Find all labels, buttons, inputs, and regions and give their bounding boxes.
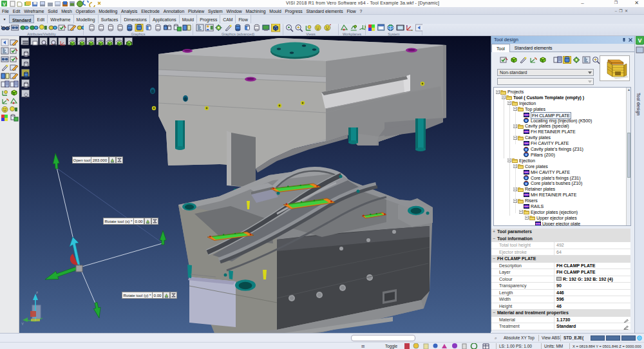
svg-text:Y: Y <box>21 322 24 326</box>
svg-text:V: V <box>3 2 6 6</box>
svg-text:V: V <box>638 37 641 44</box>
svg-text:z: z <box>36 290 38 294</box>
